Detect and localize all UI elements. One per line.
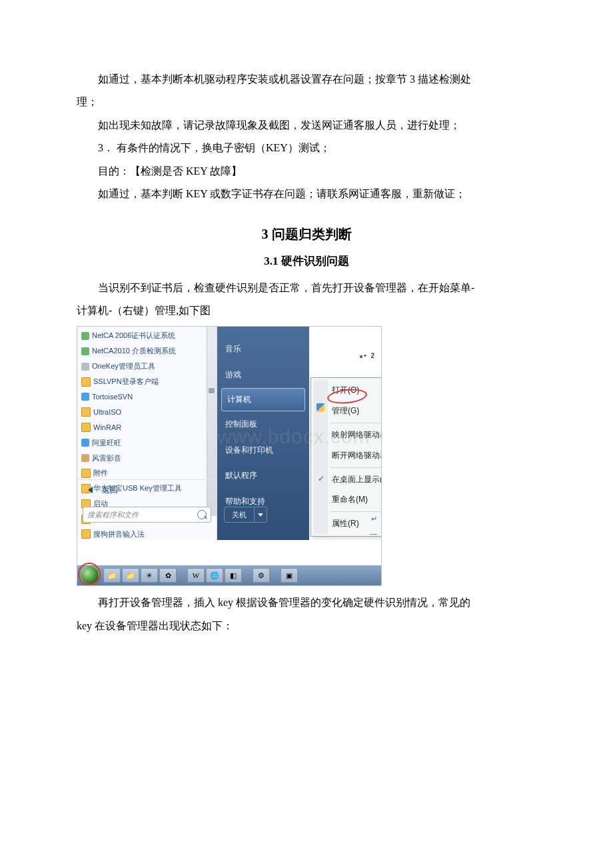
context-item-disconnect-drive[interactable]: 断开网络驱动器(C)... bbox=[313, 445, 382, 466]
paragraph-4: 目的：【检测是否 KEY 故障】 bbox=[77, 161, 536, 181]
paragraph-6-line1: 当识别不到证书后，检查硬件识别是否正常，首先打开设备管理器，在开始菜单- bbox=[77, 278, 536, 298]
app-icon bbox=[81, 332, 89, 340]
program-item[interactable]: 搜狗拼音输入法 bbox=[81, 527, 214, 542]
paragraph-3: 3． 有条件的情况下，换电子密钥（KEY）测试； bbox=[77, 138, 536, 158]
taskbar: 📁 📁 ☀ ✿ W 🌐 ◧ ⚙ ▣ bbox=[77, 565, 381, 585]
app-icon bbox=[81, 393, 89, 401]
paragraph-6-line2: 计算机-（右键）管理,如下图 bbox=[77, 301, 536, 321]
back-arrow-icon bbox=[88, 487, 93, 493]
program-item[interactable]: OneKey管理员工具 bbox=[81, 359, 214, 374]
shutdown-button[interactable]: 关机 bbox=[224, 507, 267, 523]
right-item-devices[interactable]: 设备和打印机 bbox=[217, 437, 309, 463]
paragraph-7-line2: key 在设备管理器出现状态如下： bbox=[77, 616, 536, 636]
app-icon bbox=[81, 454, 89, 462]
heading-2: 3 问题归类判断 bbox=[77, 221, 536, 247]
taskbar-button[interactable]: ▣ bbox=[281, 568, 298, 583]
app-icon bbox=[81, 439, 89, 447]
program-item[interactable]: SSLVPN登录客户端 bbox=[81, 374, 214, 389]
program-label: TortoiseSVN bbox=[92, 390, 133, 404]
program-label: UltraISO bbox=[93, 405, 121, 419]
program-label: OneKey管理员工具 bbox=[92, 359, 155, 373]
program-item[interactable]: NetCA 2006证书认证系统 bbox=[81, 328, 214, 343]
program-label: 附件 bbox=[93, 466, 108, 480]
right-item-default-programs[interactable]: 默认程序 bbox=[217, 463, 309, 489]
program-label: NetCA 2006证书认证系统 bbox=[92, 329, 175, 343]
program-label: WinRAR bbox=[93, 421, 121, 435]
context-item-map-drive[interactable]: 映射网络驱动器(N)... bbox=[313, 425, 382, 445]
app-icon bbox=[81, 347, 89, 355]
folder-icon bbox=[81, 469, 91, 478]
context-item-rename[interactable]: 重命名(M) bbox=[313, 489, 382, 510]
context-menu-separator bbox=[330, 467, 382, 468]
scroll-thumb[interactable] bbox=[209, 388, 215, 393]
program-label: SSLVPN登录客户端 bbox=[93, 375, 159, 389]
taskbar-button[interactable]: W bbox=[187, 568, 205, 583]
context-menu-separator bbox=[330, 423, 382, 423]
search-input[interactable]: 搜索程序和文件 bbox=[83, 507, 211, 523]
paragraph-1-line1: 如通过，基本判断本机驱动程序安装或机器设置存在问题；按章节 3 描述检测处 bbox=[77, 69, 536, 89]
start-menu-screenshot: NetCA 2006证书认证系统 NetCA2010 介质检测系统 OneKey… bbox=[77, 326, 382, 586]
right-item-computer[interactable]: 计算机 bbox=[221, 388, 305, 411]
taskbar-button[interactable]: ✿ bbox=[159, 568, 177, 583]
figure-container: NetCA 2006证书认证系统 NetCA2010 介质检测系统 OneKey… bbox=[77, 326, 536, 586]
program-label: 风雷影音 bbox=[92, 451, 121, 465]
program-label: 阿里旺旺 bbox=[92, 436, 121, 450]
paragraph-5: 如通过，基本判断 KEY 或数字证书存在问题；请联系网证通客服，重新做证； bbox=[77, 184, 536, 204]
shutdown-dropdown-icon[interactable] bbox=[254, 507, 267, 522]
figure-return-mark2: — bbox=[370, 527, 377, 541]
program-item[interactable]: TortoiseSVN bbox=[81, 389, 214, 405]
start-menu-programs-panel: NetCA 2006证书认证系统 NetCA2010 介质检测系统 OneKey… bbox=[77, 327, 217, 540]
folder-icon bbox=[81, 407, 91, 417]
shutdown-label: 关机 bbox=[225, 508, 254, 522]
search-icon bbox=[197, 510, 207, 519]
taskbar-button[interactable]: 📁 bbox=[122, 568, 139, 583]
folder-icon bbox=[81, 377, 91, 387]
program-item[interactable]: 阿里旺旺 bbox=[81, 435, 214, 451]
right-item-control-panel[interactable]: 控制面板 bbox=[217, 411, 309, 437]
search-placeholder: 搜索程序和文件 bbox=[87, 508, 139, 522]
heading-3: 3.1 硬件识别问题 bbox=[77, 251, 536, 272]
paragraph-2: 如出现未知故障，请记录故障现象及截图，发送网证通客服人员，进行处理； bbox=[77, 115, 536, 135]
taskbar-button[interactable]: ◧ bbox=[225, 568, 242, 583]
start-menu-right-panel: 音乐 游戏 计算机 控制面板 设备和打印机 默认程序 帮助和支持 关机 bbox=[217, 327, 309, 540]
folder-icon bbox=[81, 423, 91, 432]
context-item-manage[interactable]: 管理(G) bbox=[313, 401, 382, 421]
app-icon bbox=[81, 363, 89, 371]
taskbar-button[interactable]: 📁 bbox=[103, 568, 121, 583]
program-label: 搜狗拼音输入法 bbox=[93, 527, 145, 541]
taskbar-button[interactable]: 🌐 bbox=[206, 568, 223, 583]
right-item-music[interactable]: 音乐 bbox=[217, 336, 309, 362]
back-label: 返回 bbox=[102, 483, 118, 498]
taskbar-button[interactable]: ☀ bbox=[141, 568, 158, 583]
program-item[interactable]: 附件 bbox=[81, 465, 214, 481]
paragraph-7-line1: 再打开设备管理器，插入 key 根据设备管理器的变化确定硬件识别情况，常见的 bbox=[77, 593, 536, 613]
context-item-show-on-desktop[interactable]: 在桌面上显示(S) bbox=[313, 469, 382, 490]
figure-whitespace bbox=[382, 326, 536, 586]
program-item[interactable]: 风雷影音 bbox=[81, 451, 214, 466]
right-item-games[interactable]: 游戏 bbox=[217, 362, 309, 388]
back-button[interactable]: 返回 bbox=[77, 479, 217, 500]
folder-icon bbox=[81, 529, 91, 539]
document-page: 如通过，基本判断本机驱动程序安装或机器设置存在问题；按章节 3 描述检测处 理；… bbox=[0, 0, 613, 868]
taskbar-button[interactable]: ⚙ bbox=[253, 568, 270, 583]
program-label: NetCA2010 介质检测系统 bbox=[92, 344, 176, 358]
program-item[interactable]: UltraISO bbox=[81, 405, 214, 420]
program-item[interactable]: WinRAR bbox=[81, 420, 214, 435]
program-item[interactable]: NetCA2010 介质检测系统 bbox=[81, 343, 214, 359]
figure-extra-marks: • 2 bbox=[360, 349, 376, 362]
paragraph-1-line2: 理； bbox=[77, 92, 536, 112]
figure-return-mark: ↵ bbox=[371, 512, 377, 526]
